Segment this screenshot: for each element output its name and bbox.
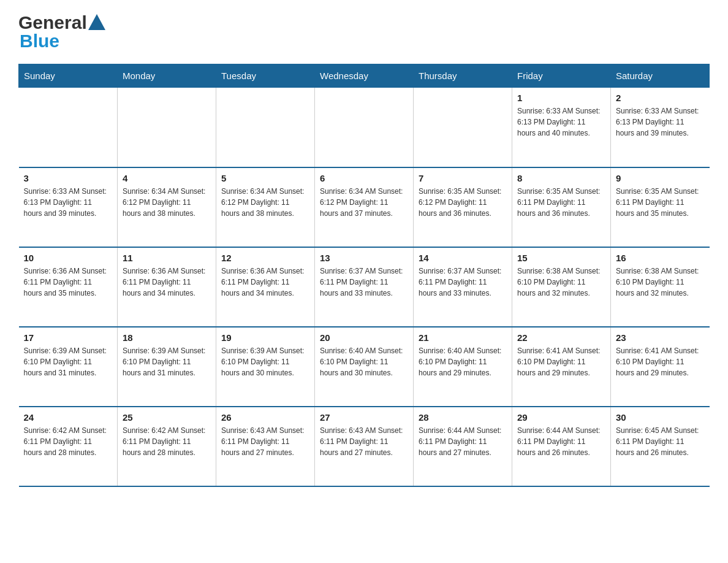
header-saturday: Saturday (611, 64, 710, 88)
day-info: Sunrise: 6:33 AM Sunset: 6:13 PM Dayligh… (517, 105, 605, 139)
day-number: 10 (24, 253, 113, 263)
day-info: Sunrise: 6:37 AM Sunset: 6:11 PM Dayligh… (419, 266, 507, 299)
day-cell: 30Sunrise: 6:45 AM Sunset: 6:11 PM Dayli… (611, 407, 710, 486)
day-info: Sunrise: 6:36 AM Sunset: 6:11 PM Dayligh… (24, 266, 113, 299)
day-info: Sunrise: 6:42 AM Sunset: 6:11 PM Dayligh… (123, 425, 211, 458)
day-info: Sunrise: 6:41 AM Sunset: 6:10 PM Dayligh… (616, 345, 705, 378)
week-row-2: 3Sunrise: 6:33 AM Sunset: 6:13 PM Daylig… (19, 167, 710, 247)
day-number: 11 (123, 253, 211, 263)
page-header: General Blue (18, 12, 710, 52)
day-cell: 22Sunrise: 6:41 AM Sunset: 6:10 PM Dayli… (512, 327, 611, 407)
day-cell (315, 88, 414, 167)
day-number: 12 (221, 253, 309, 263)
logo-general-text: General (18, 12, 87, 33)
day-cell: 24Sunrise: 6:42 AM Sunset: 6:11 PM Dayli… (19, 407, 118, 486)
day-number: 15 (517, 253, 605, 263)
day-info: Sunrise: 6:39 AM Sunset: 6:10 PM Dayligh… (123, 345, 211, 378)
day-number: 19 (221, 332, 309, 343)
day-cell: 18Sunrise: 6:39 AM Sunset: 6:10 PM Dayli… (118, 327, 216, 407)
day-cell: 29Sunrise: 6:44 AM Sunset: 6:11 PM Dayli… (512, 407, 611, 486)
day-info: Sunrise: 6:33 AM Sunset: 6:13 PM Dayligh… (24, 186, 113, 219)
day-cell: 3Sunrise: 6:33 AM Sunset: 6:13 PM Daylig… (19, 167, 118, 247)
day-cell: 5Sunrise: 6:34 AM Sunset: 6:12 PM Daylig… (216, 167, 315, 247)
header-tuesday: Tuesday (216, 64, 315, 88)
day-cell: 15Sunrise: 6:38 AM Sunset: 6:10 PM Dayli… (512, 247, 611, 327)
day-number: 26 (221, 412, 309, 423)
day-number: 1 (517, 93, 605, 103)
day-number: 8 (517, 173, 605, 183)
day-cell (19, 88, 118, 167)
day-cell: 26Sunrise: 6:43 AM Sunset: 6:11 PM Dayli… (216, 407, 315, 486)
header-wednesday: Wednesday (315, 64, 414, 88)
day-number: 14 (419, 253, 507, 263)
day-info: Sunrise: 6:40 AM Sunset: 6:10 PM Dayligh… (320, 345, 408, 378)
header-thursday: Thursday (414, 64, 512, 88)
day-cell: 17Sunrise: 6:39 AM Sunset: 6:10 PM Dayli… (19, 327, 118, 407)
day-info: Sunrise: 6:44 AM Sunset: 6:11 PM Dayligh… (419, 425, 507, 458)
day-cell: 16Sunrise: 6:38 AM Sunset: 6:10 PM Dayli… (611, 247, 710, 327)
day-number: 29 (517, 412, 605, 423)
header-sunday: Sunday (19, 64, 118, 88)
day-info: Sunrise: 6:35 AM Sunset: 6:12 PM Dayligh… (419, 186, 507, 219)
day-number: 24 (24, 412, 113, 423)
logo-triangle-icon (88, 14, 105, 30)
day-info: Sunrise: 6:38 AM Sunset: 6:10 PM Dayligh… (616, 266, 705, 299)
day-info: Sunrise: 6:42 AM Sunset: 6:11 PM Dayligh… (24, 425, 113, 458)
weekday-header-row: SundayMondayTuesdayWednesdayThursdayFrid… (19, 64, 710, 88)
day-cell: 7Sunrise: 6:35 AM Sunset: 6:12 PM Daylig… (414, 167, 512, 247)
day-info: Sunrise: 6:38 AM Sunset: 6:10 PM Dayligh… (517, 266, 605, 299)
day-info: Sunrise: 6:41 AM Sunset: 6:10 PM Dayligh… (517, 345, 605, 378)
day-cell: 28Sunrise: 6:44 AM Sunset: 6:11 PM Dayli… (414, 407, 512, 486)
day-info: Sunrise: 6:36 AM Sunset: 6:11 PM Dayligh… (221, 266, 309, 299)
day-cell: 25Sunrise: 6:42 AM Sunset: 6:11 PM Dayli… (118, 407, 216, 486)
day-cell: 6Sunrise: 6:34 AM Sunset: 6:12 PM Daylig… (315, 167, 414, 247)
day-cell: 12Sunrise: 6:36 AM Sunset: 6:11 PM Dayli… (216, 247, 315, 327)
day-cell: 19Sunrise: 6:39 AM Sunset: 6:10 PM Dayli… (216, 327, 315, 407)
day-info: Sunrise: 6:39 AM Sunset: 6:10 PM Dayligh… (221, 345, 309, 378)
day-number: 18 (123, 332, 211, 343)
day-cell: 11Sunrise: 6:36 AM Sunset: 6:11 PM Dayli… (118, 247, 216, 327)
day-info: Sunrise: 6:37 AM Sunset: 6:11 PM Dayligh… (320, 266, 408, 299)
week-row-5: 24Sunrise: 6:42 AM Sunset: 6:11 PM Dayli… (19, 407, 710, 486)
day-info: Sunrise: 6:34 AM Sunset: 6:12 PM Dayligh… (320, 186, 408, 219)
week-row-1: 1Sunrise: 6:33 AM Sunset: 6:13 PM Daylig… (19, 88, 710, 167)
header-monday: Monday (118, 64, 216, 88)
day-number: 23 (616, 332, 705, 343)
day-cell (414, 88, 512, 167)
day-cell: 4Sunrise: 6:34 AM Sunset: 6:12 PM Daylig… (118, 167, 216, 247)
day-info: Sunrise: 6:40 AM Sunset: 6:10 PM Dayligh… (419, 345, 507, 378)
day-cell (118, 88, 216, 167)
calendar-table: SundayMondayTuesdayWednesdayThursdayFrid… (18, 64, 710, 487)
day-number: 21 (419, 332, 507, 343)
day-cell: 23Sunrise: 6:41 AM Sunset: 6:10 PM Dayli… (611, 327, 710, 407)
header-friday: Friday (512, 64, 611, 88)
day-number: 30 (616, 412, 705, 423)
day-cell: 9Sunrise: 6:35 AM Sunset: 6:11 PM Daylig… (611, 167, 710, 247)
day-number: 6 (320, 173, 408, 183)
day-info: Sunrise: 6:43 AM Sunset: 6:11 PM Dayligh… (320, 425, 408, 458)
svg-marker-0 (88, 14, 105, 30)
day-number: 17 (24, 332, 113, 343)
day-number: 28 (419, 412, 507, 423)
day-cell: 8Sunrise: 6:35 AM Sunset: 6:11 PM Daylig… (512, 167, 611, 247)
day-info: Sunrise: 6:44 AM Sunset: 6:11 PM Dayligh… (517, 425, 605, 458)
day-info: Sunrise: 6:35 AM Sunset: 6:11 PM Dayligh… (517, 186, 605, 219)
day-cell: 21Sunrise: 6:40 AM Sunset: 6:10 PM Dayli… (414, 327, 512, 407)
day-number: 25 (123, 412, 211, 423)
day-cell: 1Sunrise: 6:33 AM Sunset: 6:13 PM Daylig… (512, 88, 611, 167)
day-number: 3 (24, 173, 113, 183)
day-info: Sunrise: 6:43 AM Sunset: 6:11 PM Dayligh… (221, 425, 309, 458)
day-number: 27 (320, 412, 408, 423)
day-cell: 27Sunrise: 6:43 AM Sunset: 6:11 PM Dayli… (315, 407, 414, 486)
day-number: 20 (320, 332, 408, 343)
day-number: 22 (517, 332, 605, 343)
day-number: 2 (616, 93, 705, 103)
day-info: Sunrise: 6:36 AM Sunset: 6:11 PM Dayligh… (123, 266, 211, 299)
day-cell: 13Sunrise: 6:37 AM Sunset: 6:11 PM Dayli… (315, 247, 414, 327)
week-row-4: 17Sunrise: 6:39 AM Sunset: 6:10 PM Dayli… (19, 327, 710, 407)
day-number: 4 (123, 173, 211, 183)
day-number: 16 (616, 253, 705, 263)
day-info: Sunrise: 6:34 AM Sunset: 6:12 PM Dayligh… (123, 186, 211, 219)
week-row-3: 10Sunrise: 6:36 AM Sunset: 6:11 PM Dayli… (19, 247, 710, 327)
day-cell: 2Sunrise: 6:33 AM Sunset: 6:13 PM Daylig… (611, 88, 710, 167)
